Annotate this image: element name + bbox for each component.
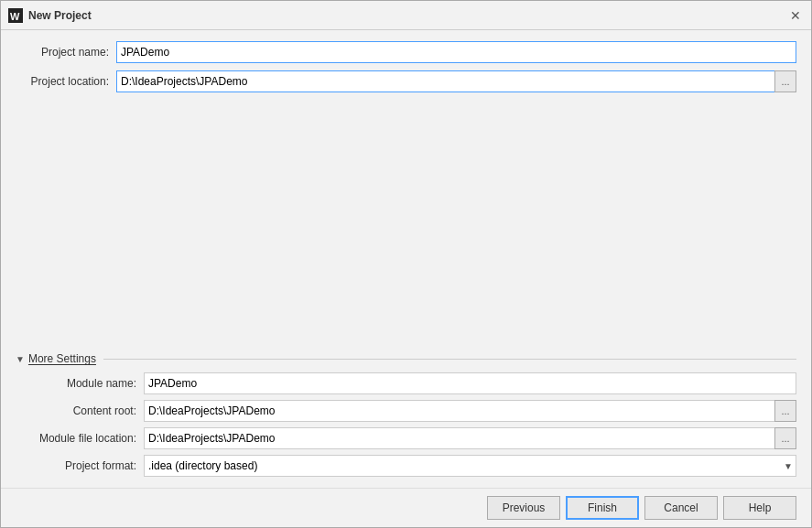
help-button[interactable]: Help xyxy=(723,496,796,520)
module-file-location-row: Module file location: ... xyxy=(16,427,796,449)
module-name-label: Module name: xyxy=(16,377,144,390)
project-format-row: Project format: .idea (directory based) … xyxy=(16,455,796,477)
project-location-input[interactable] xyxy=(116,70,774,92)
project-format-select[interactable]: .idea (directory based) xyxy=(144,455,796,477)
module-name-row: Module name: xyxy=(16,372,796,394)
project-location-label: Project location: xyxy=(16,75,116,88)
new-project-dialog: W New Project ✕ Project name: Project lo… xyxy=(0,0,812,528)
content-root-browse-button[interactable]: ... xyxy=(774,400,796,422)
content-root-row: Content root: ... xyxy=(16,400,796,422)
dialog-title: New Project xyxy=(28,9,92,22)
more-settings-body: Module name: Content root: ... Module fi… xyxy=(16,372,796,477)
content-root-label: Content root: xyxy=(16,404,144,417)
module-file-location-label: Module file location: xyxy=(16,432,144,445)
project-name-row: Project name: xyxy=(16,41,796,63)
cancel-button[interactable]: Cancel xyxy=(644,496,718,520)
module-file-location-browse-button[interactable]: ... xyxy=(774,427,796,449)
content-root-input[interactable] xyxy=(144,400,774,422)
more-settings-divider xyxy=(103,359,796,360)
intellij-icon: W xyxy=(8,8,23,23)
title-bar: W New Project ✕ xyxy=(1,1,811,30)
title-bar-left: W New Project xyxy=(8,8,92,23)
dialog-content: Project name: Project location: ... ▼ Mo… xyxy=(1,30,811,488)
more-settings-section: ▼ More Settings Module name: Content roo… xyxy=(16,352,796,477)
module-file-location-input[interactable] xyxy=(144,427,774,449)
project-format-select-wrapper: .idea (directory based) ▼ xyxy=(144,455,796,477)
project-format-label: Project format: xyxy=(16,459,144,472)
project-location-row: Project location: ... xyxy=(16,70,796,92)
close-button[interactable]: ✕ xyxy=(787,7,804,24)
more-settings-label: More Settings xyxy=(28,352,96,365)
content-spacer xyxy=(16,100,796,349)
content-root-input-group: ... xyxy=(144,400,796,422)
project-location-input-group: ... xyxy=(116,70,796,92)
dialog-footer: Previous Finish Cancel Help xyxy=(1,488,811,527)
previous-button[interactable]: Previous xyxy=(487,496,560,520)
more-settings-header[interactable]: ▼ More Settings xyxy=(16,352,796,365)
project-location-browse-button[interactable]: ... xyxy=(774,70,796,92)
module-file-location-input-group: ... xyxy=(144,427,796,449)
module-name-input[interactable] xyxy=(144,372,796,394)
svg-text:W: W xyxy=(10,11,20,22)
finish-button[interactable]: Finish xyxy=(566,496,639,520)
project-name-label: Project name: xyxy=(16,46,116,59)
more-settings-arrow-icon: ▼ xyxy=(16,354,25,364)
project-name-input[interactable] xyxy=(116,41,796,63)
